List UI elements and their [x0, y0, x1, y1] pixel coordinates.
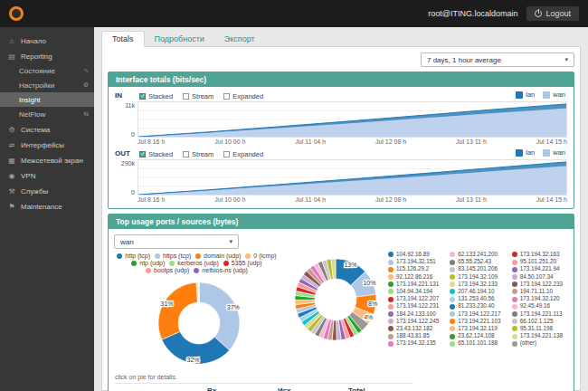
stacked-toggle[interactable]: Stacked: [139, 92, 173, 100]
in-area-chart[interactable]: [138, 101, 567, 138]
legend-swatch: [388, 334, 394, 339]
ports-pie-section: http (tcp)https (tcp)domain (udp)0 (icmp…: [111, 251, 287, 372]
home-icon: ⌂: [7, 37, 16, 45]
out-area-chart[interactable]: [138, 159, 567, 196]
logged-in-user: root@ITING.localdomain: [428, 9, 517, 18]
legend-swatch: [450, 289, 455, 294]
sidebar-item-label: NetFlow: [19, 110, 45, 119]
legend-item: http (tcp): [117, 253, 150, 259]
stacked-toggle[interactable]: Stacked: [139, 150, 173, 158]
pie-percent-label: 13%: [344, 262, 356, 268]
legend-swatch: [388, 281, 394, 287]
pie-percent-label: 32%: [187, 357, 200, 363]
legend-swatch: [388, 260, 394, 265]
opnsense-logo: [9, 6, 24, 21]
sidebar-item-label: Insight: [19, 96, 41, 104]
stacked-checkbox[interactable]: [139, 151, 146, 157]
panel-title: Top usage ports / sources (bytes): [109, 215, 574, 229]
sidebar-item-reporting[interactable]: ▤ Reporting: [0, 49, 94, 63]
legend-swatch: [512, 281, 517, 287]
ports-donut-chart[interactable]: 37%32%31%: [150, 274, 248, 372]
sidebar-item-interfaces[interactable]: ⇌ Интерфейсы: [0, 138, 94, 152]
x-tick-label: Jul 10 00 h: [214, 138, 245, 147]
pie-slice[interactable]: [158, 282, 198, 339]
sidebar-item-label: Система: [21, 126, 50, 134]
legend-item: 173.194.32.151: [388, 259, 443, 265]
expanded-toggle[interactable]: Expanded: [223, 150, 263, 158]
legend-item: 66.102.1.125: [512, 319, 567, 325]
x-axis-ticks: Jul 8 16 hJul 10 00 hJul 11 04 hJul 12 0…: [138, 138, 567, 147]
legend-item: 207.46.194.10: [450, 289, 505, 295]
legend-item: netbios-ns (udp): [194, 267, 248, 273]
expanded-checkbox[interactable]: [223, 151, 230, 157]
legend-item: 173.194.122.233: [512, 281, 567, 288]
vpn-lock-icon: ◉: [7, 172, 16, 180]
expanded-checkbox[interactable]: [223, 93, 230, 100]
legend-item: 173.194.32.119: [450, 326, 505, 332]
sidebar-item-insight[interactable]: Insight: [0, 92, 94, 107]
sidebar-item-label: Интерфейсы: [21, 141, 64, 149]
sidebar-item-vpn[interactable]: ◉ VPN: [0, 168, 94, 183]
legend-swatch: [223, 261, 229, 266]
legend-swatch: [512, 319, 517, 324]
legend-swatch: [388, 267, 394, 272]
legend-item: lan: [516, 91, 535, 99]
chart-icon: ▤: [7, 52, 16, 61]
sidebar-item-settings[interactable]: Настройки ⚙: [0, 78, 94, 92]
sidebar-item-system[interactable]: ⚙ Система: [0, 122, 94, 137]
tab-totals[interactable]: Totals: [101, 31, 145, 47]
expanded-toggle[interactable]: Expanded: [223, 92, 263, 100]
stream-toggle[interactable]: Stream: [183, 150, 213, 158]
legend-item: 84.50.107.34: [512, 274, 567, 281]
sidebar-item-maintenance[interactable]: ⚑ Maintenance: [0, 199, 94, 214]
chevron-down-icon: ▾: [564, 56, 568, 63]
legend-swatch: [169, 261, 175, 266]
x-tick-label: Jul 13 11 h: [456, 196, 487, 205]
x-tick-label: Jul 14 15 h: [536, 138, 567, 147]
stream-toggle[interactable]: Stream: [183, 92, 213, 100]
tab-export[interactable]: Экспорт: [214, 32, 265, 46]
stream-checkbox[interactable]: [183, 93, 189, 100]
sidebar-item-firewall[interactable]: ▦ Межсетевой экран: [0, 153, 94, 167]
legend-swatch: [516, 91, 523, 99]
sidebar-item-health[interactable]: Состояние ∿: [0, 63, 94, 78]
in-traffic-chart: IN 11k 0 Stacked Stream Expanded lanwan: [111, 90, 569, 148]
stream-checkbox[interactable]: [183, 151, 189, 157]
services-wrench-icon: ⚒: [7, 187, 16, 196]
interface-select[interactable]: wan ▾: [114, 234, 239, 249]
stacked-checkbox[interactable]: [139, 93, 146, 100]
panel-title: Interface totals (bits/sec): [109, 72, 574, 87]
sidebar-item-label: Reporting: [21, 52, 52, 61]
legend-swatch: [450, 311, 455, 317]
sidebar-item-netflow[interactable]: NetFlow ⇆: [0, 107, 94, 121]
x-tick-label: Jul 12 08 h: [375, 196, 406, 205]
legend-item: 173.194.122.207: [388, 296, 443, 302]
legend-swatch: [512, 334, 517, 339]
col-header-total: Total: [343, 384, 413, 391]
table-header-row: Вх. Исх. Total: [115, 384, 413, 391]
legend-swatch: [388, 326, 394, 331]
legend-swatch: [388, 297, 394, 302]
series-legend: lanwan: [516, 148, 565, 157]
legend-item: wan: [543, 91, 565, 99]
x-tick-label: Jul 11 04 h: [295, 196, 326, 205]
sidebar-item-label: Настройки: [19, 81, 54, 90]
legend-item: 92.122.86.216: [388, 274, 443, 281]
legend-swatch: [450, 319, 455, 324]
legend-item: 173.194.221.131: [388, 281, 443, 288]
legend-item: 194.71.11.10: [512, 289, 567, 295]
sidebar-item-home[interactable]: ⌂ Начало: [0, 33, 94, 48]
pie-slice[interactable]: [199, 282, 240, 350]
interface-totals-panel: Interface totals (bits/sec) IN 11k 0 Sta…: [108, 72, 574, 209]
sidebar-item-services[interactable]: ⚒ Службы: [0, 184, 94, 198]
logout-button[interactable]: Logout: [526, 6, 579, 21]
legend-item: 104.92.16.89: [388, 252, 443, 258]
pie-percent-label: 8%: [368, 300, 377, 307]
legend-swatch: [388, 304, 394, 310]
legend-item: kerberos (udp): [169, 260, 219, 266]
tab-details[interactable]: Подробности: [145, 32, 214, 46]
sources-donut-chart[interactable]: 13%10%8%4%: [287, 251, 384, 348]
legend-swatch: [245, 253, 251, 259]
sidebar-item-label: Maintenance: [21, 203, 62, 211]
period-select[interactable]: 7 days, 1 hour average ▾: [421, 52, 574, 67]
